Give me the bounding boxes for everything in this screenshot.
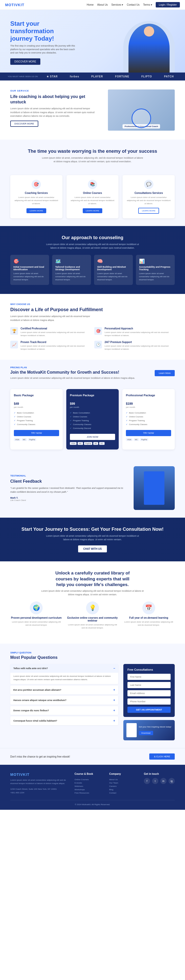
nav-contact[interactable]: Contact Us (126, 3, 139, 6)
community-learn-button[interactable]: Learn More (155, 370, 175, 376)
professional-buy-button[interactable]: TRY NOW (126, 430, 171, 436)
faq-question-5[interactable]: Consequat fusce virtal cubilia habitant?… (10, 716, 118, 725)
footer-link-online-courses[interactable]: Online Courses (74, 778, 104, 781)
counseling-headline: Our approach to counseling (10, 235, 175, 240)
footer-contact: 1234 Coach Street, Suite 100 New York, N… (10, 788, 70, 795)
partner-patch: PATCH (164, 75, 174, 78)
footer-link-about[interactable]: About Us (109, 778, 139, 781)
partner-player: PLAYER (91, 75, 103, 78)
personalized-title: Personalized Approach (104, 327, 175, 330)
premium-dc: DC (99, 442, 104, 445)
footer-link-blog[interactable]: Blog (109, 788, 139, 791)
why-choose-headline: Discover a Life of Purpose and Fulfillme… (10, 307, 175, 312)
email-input[interactable] (127, 690, 171, 696)
basic-price: $49 (14, 399, 59, 406)
counseling-step-2: 🗺️ Tailored Guidance and Strategy Develo… (52, 255, 91, 285)
online-courses-title: Exclusive online courses and community w… (66, 616, 119, 622)
faq-toggle-5[interactable]: + (113, 719, 115, 722)
book-promo-text: Get your free inspiring ebook today! (139, 725, 171, 728)
professional-features: Basic Consultation Online Courses Progra… (126, 411, 171, 426)
partner-fortune: FORTUNE (115, 75, 129, 78)
consultation-submit-button[interactable]: GET AN APPOINTMENT (127, 706, 171, 713)
partner-logos: ★ STAR forbes PLAYER FORTUNE FLIPTO PATC… (43, 75, 177, 78)
login-register-button[interactable]: Login / Register (156, 2, 180, 8)
phone-input[interactable] (127, 698, 171, 705)
step3-desc: Lorem ipsum dolor sit amet consectetur a… (97, 272, 130, 281)
hero-headline: Start your transformation journey Today! (10, 20, 123, 42)
ebook-cta-button[interactable]: & CLICK HERE (149, 753, 175, 760)
faq-item-2: Est arcu porttitor accumsan aliam aliena… (10, 686, 118, 694)
basic-title: Basic Package (14, 394, 59, 397)
footer-link-team[interactable]: Our Team (109, 781, 139, 784)
footer-phone: +001-400-1234 (10, 791, 70, 795)
premium-feature-3: Program Training (70, 418, 115, 423)
community-section: PRICING PLAN Join the MotivaKit Communit… (0, 360, 185, 386)
professional-payment-icons: VISA MC PayPal (126, 438, 171, 441)
premium-ae: AE (93, 442, 98, 445)
twitter-icon[interactable]: t (152, 778, 158, 784)
footer-link-webinars[interactable]: Webinars (74, 784, 104, 788)
consultations-learn-button[interactable]: LEARN MORE (138, 208, 159, 214)
faq-toggle-4[interactable]: + (113, 709, 115, 712)
professional-feature-4: Community Classes (126, 423, 171, 426)
faq-question-2[interactable]: Est arcu porttitor accumsan aliam aliena… (10, 686, 118, 694)
premium-buy-button[interactable]: JOIN NOW (70, 434, 115, 440)
faq-question-1[interactable]: Tellus velit nulla ante orci drin? − (10, 664, 118, 673)
nav-services[interactable]: Services ▾ (111, 3, 123, 6)
services-intro-cta-button[interactable]: DISCOVER MORE (10, 121, 38, 127)
counseling-step-3: 🧠 Skill Building and Mindset Development… (94, 255, 133, 285)
footer-social-title: Get in touch (144, 773, 175, 775)
premium-feature-5: Community Discord (70, 426, 115, 430)
instagram-icon[interactable]: ig (169, 778, 175, 784)
basic-buy-button[interactable]: TRY NOW (14, 430, 59, 436)
support-title: 24/7 Premium Support (104, 341, 175, 344)
basic-feature-3: Program Training (14, 418, 59, 423)
footer-brand: MOTIVKIT Lorem ipsum dolor sit amet cons… (10, 773, 70, 795)
faq-question-4[interactable]: Donec congue diz nunc finibus? + (10, 706, 118, 715)
track-record-icon: 📈 (10, 341, 18, 348)
certified-desc: Lorem ipsum dolor sit amet consectetur a… (21, 331, 91, 337)
faq-item-5: Consequat fusce virtal cubilia habitant?… (10, 716, 118, 725)
linkedin-icon[interactable]: in (160, 778, 166, 784)
nav-home[interactable]: Home (87, 3, 94, 6)
success-quote-headline: The time you waste worrying is the enemy… (10, 149, 175, 154)
faq-question-3[interactable]: Haruos ornare aliquot ratuque urna vesti… (10, 696, 118, 705)
footer-link-careers[interactable]: Careers (109, 784, 139, 788)
faq-headline: Most Popular Questions (10, 655, 175, 660)
footer-link-ebooks[interactable]: E-books (74, 781, 104, 784)
partner-star: ★ STAR (46, 75, 58, 78)
free-cta-chat-button[interactable]: CHAT WITH US (78, 546, 107, 552)
faq-toggle-1[interactable]: − (113, 667, 115, 670)
on-demand-title: Full year of on-demand learning (123, 616, 175, 619)
nav-links: Home About Us Services ▾ Contact Us Term… (87, 2, 180, 8)
why-choose-tag: WHY CHOOSE US (10, 303, 175, 305)
footer-link-free-resources[interactable]: Free Resources (74, 791, 104, 795)
step1-title: Initial Assessment and Goal Identificati… (13, 266, 46, 271)
nav-about[interactable]: About Us (97, 3, 108, 6)
step1-icon: 🎯 (13, 258, 46, 264)
partners-bar: YOU MUST HAVE SEEN US ON ★ STAR forbes P… (0, 73, 185, 81)
footer-link-workshops[interactable]: Workshops (74, 788, 104, 791)
book-download-button[interactable]: Download (139, 731, 153, 735)
service-card-coaching-desc: Lorem ipsum dolor sit amet consectetur a… (14, 196, 59, 205)
courses-learn-button[interactable]: LEARN MORE (83, 208, 103, 213)
last-name-input[interactable] (127, 682, 171, 688)
footer-link-contact[interactable]: Contact (109, 791, 139, 795)
service-card-courses: 📚 Online Courses Lorem ipsum dolor sit a… (66, 175, 119, 218)
facebook-icon[interactable]: f (144, 778, 150, 784)
first-name-input[interactable] (127, 674, 171, 680)
community-description: Lorem ipsum dolor sit amet consectetur a… (10, 376, 150, 380)
professional-title: Professional Package (126, 394, 171, 397)
consultations-icon: 💬 (144, 180, 153, 189)
hero-cta-button[interactable]: DISCOVER MORE (10, 58, 40, 65)
personalized-desc: Lorem ipsum dolor sit amet consectetur a… (104, 331, 175, 337)
coaching-learn-button[interactable]: LEARN MORE (27, 208, 46, 213)
nav-terms[interactable]: Terms ▾ (143, 3, 152, 6)
faq-toggle-2[interactable]: + (113, 688, 115, 692)
support-icon: 🕐 (94, 341, 102, 348)
partner-flipto: FLIPTO (141, 75, 152, 78)
basic-period: per month (14, 406, 59, 408)
hero-description: The first step in creating your extraord… (10, 44, 77, 55)
faq-toggle-3[interactable]: + (113, 698, 115, 702)
footer-col-company: Company About Us Our Team Careers Blog C… (109, 773, 139, 795)
